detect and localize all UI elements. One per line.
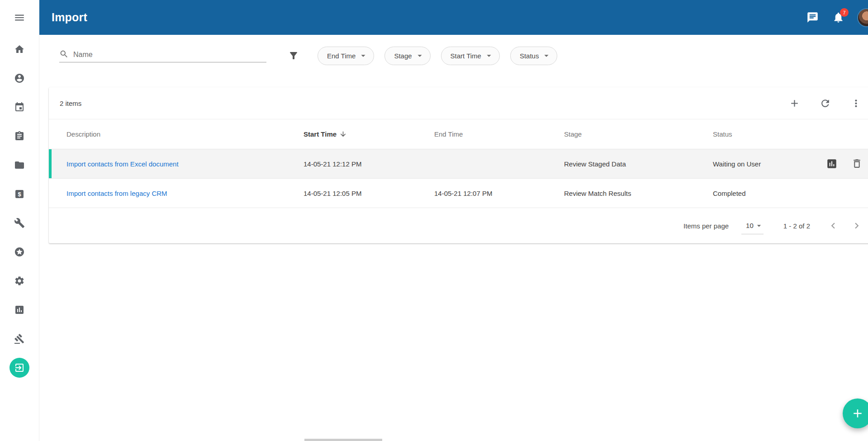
menu-button[interactable]	[0, 0, 39, 35]
notification-badge: 7	[840, 8, 849, 17]
pagination: Items per page 10 1 - 2 of 2	[49, 208, 868, 243]
home-icon	[14, 44, 25, 55]
column-header-description[interactable]: Description	[49, 130, 304, 138]
card-toolbar: 2 items	[49, 87, 868, 119]
chip-label: Status	[520, 52, 539, 60]
chevron-down-icon	[484, 51, 494, 61]
avatar[interactable]	[858, 9, 868, 26]
sidebar: $	[0, 0, 39, 441]
sidebar-item-tools[interactable]	[0, 209, 39, 237]
row-description-link[interactable]: Import contacts from legacy CRM	[66, 190, 167, 197]
next-page-button[interactable]	[851, 220, 863, 232]
column-header-end-time[interactable]: End Time	[434, 130, 564, 138]
row-delete-button[interactable]	[851, 158, 863, 170]
sidebar-item-favorites[interactable]	[0, 237, 39, 266]
sidebar-item-home[interactable]	[0, 35, 39, 64]
import-icon	[14, 362, 25, 373]
filter-button[interactable]	[288, 50, 299, 61]
chevron-right-icon	[851, 220, 863, 232]
items-per-page-label: Items per page	[683, 222, 729, 230]
sidebar-item-reports[interactable]	[0, 295, 39, 324]
chip-label: Stage	[394, 52, 412, 60]
sort-descending-icon	[339, 130, 347, 138]
column-header-stage[interactable]: Stage	[564, 130, 713, 138]
row-end-time: 14-05-21 12:07 PM	[434, 190, 564, 197]
gear-icon	[14, 275, 25, 286]
plus-icon	[851, 407, 864, 420]
page-range-label: 1 - 2 of 2	[783, 222, 810, 230]
header-actions: 7	[806, 9, 868, 26]
notifications-button[interactable]: 7	[832, 11, 844, 24]
chat-button[interactable]	[806, 11, 819, 24]
sidebar-nav: $	[0, 35, 39, 382]
clipboard-icon	[14, 131, 25, 142]
previous-page-button[interactable]	[827, 220, 839, 232]
items-count: 2 items	[60, 100, 81, 107]
folder-icon	[14, 160, 25, 171]
table-row[interactable]: Import contacts from Excel document 14-0…	[49, 149, 868, 179]
page-title: Import	[52, 11, 87, 24]
horizontal-scrollbar-thumb[interactable]	[304, 439, 382, 441]
row-stage: Review Match Results	[564, 190, 713, 197]
items-per-page-select[interactable]: 10	[741, 218, 764, 234]
search-input[interactable]	[73, 51, 266, 59]
trash-icon	[851, 158, 863, 169]
chart-icon	[826, 158, 838, 170]
sidebar-item-calendar[interactable]	[0, 93, 39, 122]
sidebar-item-documents[interactable]	[0, 151, 39, 180]
chevron-down-icon	[541, 51, 551, 61]
chevron-left-icon	[827, 220, 839, 232]
filter-chip-stage[interactable]: Stage	[384, 47, 430, 65]
table-row[interactable]: Import contacts from legacy CRM 14-05-21…	[49, 179, 868, 208]
row-actions	[826, 158, 868, 170]
hamburger-icon	[14, 12, 25, 24]
column-header-start-time[interactable]: Start Time	[304, 130, 434, 138]
sidebar-item-import[interactable]	[0, 353, 39, 382]
row-description-link[interactable]: Import contacts from Excel document	[66, 160, 179, 168]
more-options-button[interactable]	[850, 98, 862, 109]
chevron-down-icon	[415, 51, 425, 61]
app-root: $ Import	[0, 0, 868, 441]
chip-label: End Time	[327, 52, 356, 60]
chat-icon	[806, 11, 819, 24]
search-field[interactable]	[59, 49, 266, 62]
row-stage: Review Staged Data	[564, 160, 713, 168]
gavel-icon	[14, 333, 25, 344]
refresh-button[interactable]	[820, 98, 831, 109]
funnel-icon	[288, 50, 299, 61]
chevron-down-icon	[358, 51, 368, 61]
chip-label: Start Time	[451, 52, 481, 60]
plus-icon	[789, 98, 800, 109]
filter-chip-status[interactable]: Status	[510, 47, 558, 65]
filter-chip-end-time[interactable]: End Time	[318, 47, 374, 65]
search-icon	[59, 49, 69, 59]
chevron-down-icon	[754, 221, 764, 230]
sidebar-item-deals[interactable]	[0, 324, 39, 353]
filter-chip-start-time[interactable]: Start Time	[441, 47, 500, 65]
page-content: End Time Stage Start Time Status	[39, 35, 868, 441]
refresh-icon	[820, 98, 831, 109]
star-circle-icon	[14, 247, 25, 257]
items-per-page-value: 10	[746, 222, 754, 229]
sidebar-item-contacts[interactable]	[0, 64, 39, 93]
results-card: 2 items Description	[49, 87, 868, 243]
column-header-label: Start Time	[304, 130, 337, 138]
dollar-icon: $	[14, 189, 25, 199]
filter-row: End Time Stage Start Time Status	[59, 46, 868, 66]
wrench-icon	[14, 218, 25, 228]
app-header: Import 7	[39, 0, 868, 35]
row-description-cell: Import contacts from Excel document	[49, 160, 304, 168]
main-area: Import 7	[39, 0, 868, 441]
column-header-status[interactable]: Status	[713, 130, 826, 138]
filter-chips: End Time Stage Start Time Status	[318, 47, 557, 65]
sidebar-item-tasks[interactable]	[0, 122, 39, 151]
person-circle-icon	[14, 73, 25, 84]
kebab-icon	[850, 98, 862, 109]
sidebar-item-finance[interactable]: $	[0, 180, 39, 209]
bar-chart-icon	[14, 304, 25, 315]
sidebar-item-settings[interactable]	[0, 266, 39, 295]
row-start-time: 14-05-21 12:05 PM	[304, 190, 434, 197]
add-button[interactable]	[789, 98, 800, 109]
row-start-time: 14-05-21 12:12 PM	[304, 160, 434, 168]
row-chart-button[interactable]	[826, 158, 838, 170]
